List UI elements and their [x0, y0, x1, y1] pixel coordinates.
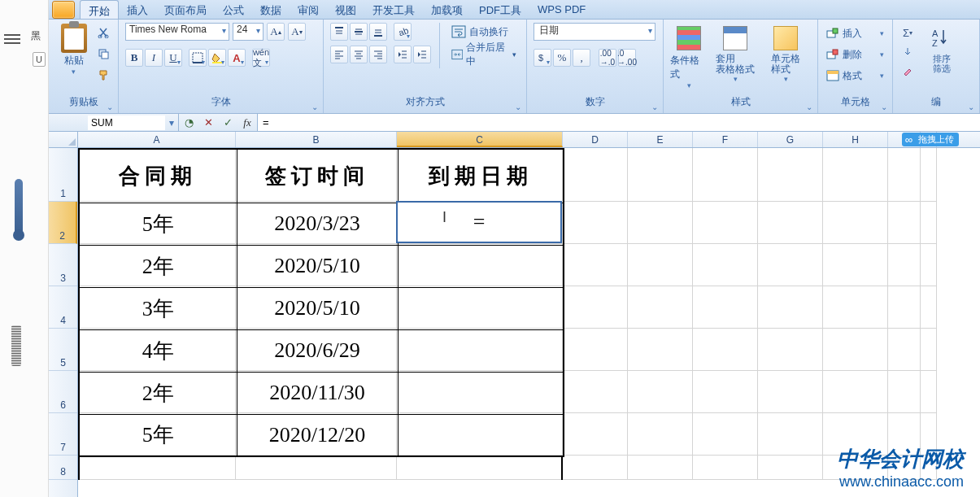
- tab-review[interactable]: 审阅: [290, 0, 327, 19]
- merge-center-button[interactable]: 合并后居中 ▾: [448, 46, 520, 63]
- confirm-formula-button[interactable]: ✓: [218, 114, 237, 132]
- table-cell[interactable]: [398, 287, 564, 329]
- sort-filter-button[interactable]: AZ 排序 筛选: [926, 23, 958, 73]
- border-button[interactable]: [189, 49, 207, 67]
- underline-toggle[interactable]: U: [33, 52, 46, 67]
- table-cell[interactable]: [398, 245, 564, 287]
- tab-devtools[interactable]: 开发工具: [364, 0, 423, 19]
- align-bottom-button[interactable]: [369, 23, 387, 41]
- italic-button[interactable]: I: [145, 49, 163, 67]
- font-name-combo[interactable]: Times New Roma: [125, 23, 229, 41]
- align-right-button[interactable]: [369, 46, 387, 63]
- col-header-E[interactable]: E: [628, 132, 693, 147]
- delete-cells-button[interactable]: 删除▾: [825, 46, 886, 63]
- tab-view[interactable]: 视图: [327, 0, 364, 19]
- decrease-decimal-button[interactable]: .0→.00: [618, 49, 636, 67]
- tab-home[interactable]: 开始: [80, 0, 119, 19]
- fill-color-button[interactable]: [208, 49, 226, 67]
- table-cell[interactable]: 3年: [79, 287, 237, 329]
- drag-handle-icon[interactable]: [11, 325, 21, 366]
- table-cell[interactable]: [398, 372, 564, 414]
- col-header-D[interactable]: D: [563, 132, 628, 147]
- increase-indent-button[interactable]: [413, 46, 431, 63]
- col-header-F[interactable]: F: [693, 132, 758, 147]
- table-cell[interactable]: 5年: [79, 414, 237, 456]
- cut-button[interactable]: [95, 24, 111, 41]
- hamburger-icon[interactable]: [4, 34, 20, 46]
- tab-page-layout[interactable]: 页面布局: [156, 0, 215, 19]
- col-header-A[interactable]: A: [78, 132, 236, 147]
- formula-input[interactable]: =: [258, 114, 980, 131]
- row-header-1[interactable]: 1: [49, 148, 77, 202]
- tab-wps-pdf[interactable]: WPS PDF: [529, 0, 594, 19]
- cell-style-button[interactable]: 单元格 样式▾: [763, 23, 808, 83]
- name-box-dropdown[interactable]: ▾: [165, 117, 178, 129]
- decrease-indent-button[interactable]: [394, 46, 412, 63]
- table-cell[interactable]: 2020/3/23: [237, 203, 398, 245]
- col-header-C[interactable]: C: [397, 132, 563, 147]
- table-header[interactable]: 签订时间: [237, 149, 398, 203]
- decrease-font-button[interactable]: A▾: [288, 23, 306, 41]
- paste-button[interactable]: 粘贴 ▾: [55, 23, 92, 76]
- name-box-input[interactable]: [88, 116, 165, 130]
- font-color-button[interactable]: A: [228, 49, 246, 67]
- col-header-B[interactable]: B: [236, 132, 397, 147]
- format-painter-button[interactable]: [95, 67, 111, 83]
- align-left-button[interactable]: [330, 46, 348, 63]
- underline-button[interactable]: U: [164, 49, 182, 67]
- format-cells-button[interactable]: 格式▾: [825, 67, 886, 85]
- row-header-3[interactable]: 3: [49, 244, 77, 286]
- insert-cells-button[interactable]: 插入▾: [825, 24, 886, 42]
- select-all-corner[interactable]: [49, 132, 78, 148]
- font-size-combo[interactable]: 24: [233, 23, 264, 41]
- table-cell[interactable]: 2020/12/20: [237, 414, 398, 456]
- upload-badge[interactable]: 拖拽上传: [902, 133, 959, 146]
- row-header-7[interactable]: 7: [49, 413, 77, 456]
- currency-button[interactable]: $: [534, 49, 551, 67]
- table-cell[interactable]: 2年: [79, 372, 237, 414]
- table-cell[interactable]: 2020/5/10: [237, 287, 398, 329]
- orientation-button[interactable]: ab: [394, 23, 412, 41]
- percent-button[interactable]: %: [553, 49, 571, 67]
- number-format-combo[interactable]: 日期: [534, 23, 656, 41]
- fill-button[interactable]: [899, 44, 916, 60]
- app-logo-icon[interactable]: [52, 1, 75, 19]
- copy-button[interactable]: [95, 46, 111, 62]
- align-middle-button[interactable]: [350, 23, 368, 41]
- row-header-8[interactable]: 8: [49, 456, 77, 480]
- name-box[interactable]: ▾: [49, 114, 179, 131]
- tab-addins[interactable]: 加载项: [423, 0, 471, 19]
- phonetic-button[interactable]: wén文: [252, 49, 270, 67]
- table-cell[interactable]: 2年: [79, 245, 237, 287]
- data-table[interactable]: 合同期签订时间到期日期5年2020/3/232年2020/5/103年2020/…: [78, 148, 564, 457]
- table-cell[interactable]: 5年: [79, 203, 237, 245]
- table-cell[interactable]: [398, 414, 564, 456]
- table-header[interactable]: 到期日期: [398, 149, 564, 203]
- table-cell[interactable]: 2020/11/30: [237, 372, 398, 414]
- row-header-2[interactable]: 2: [49, 202, 77, 244]
- table-cell[interactable]: 4年: [79, 329, 237, 372]
- align-top-button[interactable]: [330, 23, 348, 41]
- row-header-6[interactable]: 6: [49, 371, 77, 413]
- increase-decimal-button[interactable]: .00→.0: [599, 49, 616, 67]
- table-cell[interactable]: [398, 329, 564, 372]
- conditional-format-button[interactable]: 条件格式▾: [670, 23, 708, 89]
- table-cell[interactable]: 2020/6/29: [237, 329, 398, 372]
- bold-button[interactable]: B: [125, 49, 143, 67]
- row-header-5[interactable]: 5: [49, 329, 77, 371]
- table-cell[interactable]: 2020/5/10: [237, 245, 398, 287]
- tab-formulas[interactable]: 公式: [215, 0, 252, 19]
- increase-font-button[interactable]: A▴: [267, 23, 285, 41]
- col-header-H[interactable]: H: [823, 132, 888, 147]
- table-cell[interactable]: [398, 203, 564, 245]
- cancel-formula-button[interactable]: ✕: [198, 114, 218, 132]
- col-header-G[interactable]: G: [758, 132, 823, 147]
- tab-pdf-tools[interactable]: PDF工具: [471, 0, 529, 19]
- clear-button[interactable]: [899, 63, 916, 80]
- autosum-button[interactable]: Σ▾: [899, 24, 916, 41]
- function-wizard-icon[interactable]: ◔: [179, 114, 198, 132]
- table-header[interactable]: 合同期: [79, 149, 237, 203]
- align-center-button[interactable]: [350, 46, 368, 63]
- comma-button[interactable]: ,: [573, 49, 590, 67]
- tab-insert[interactable]: 插入: [119, 0, 156, 19]
